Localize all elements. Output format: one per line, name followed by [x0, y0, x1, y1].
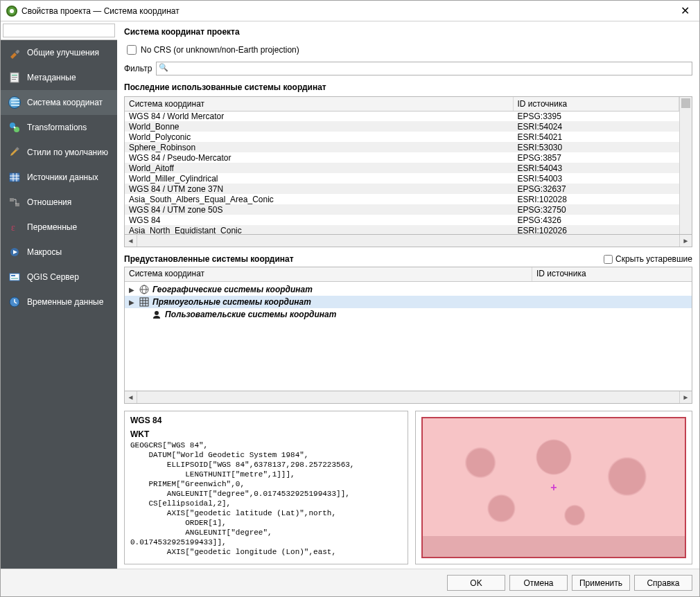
crs-name-cell: WGS 84 / World Mercator	[125, 111, 513, 121]
col-header-name[interactable]: Система координат	[125, 97, 513, 111]
tree-col-id[interactable]: ID источника	[532, 267, 692, 281]
sidebar-item-general[interactable]: Общие улучшения	[1, 40, 117, 65]
sidebar-item-label: Макросы	[27, 247, 110, 257]
crs-name-cell: Asia_South_Albers_Equal_Area_Conic	[125, 194, 513, 204]
sidebar-item-label: Источники данных	[27, 172, 110, 182]
tree-item-label: Пользовательские системы координат	[165, 310, 336, 319]
recent-crs-table[interactable]: Система координат ID источника WGS 84 / …	[124, 96, 692, 235]
no-crs-label: No CRS (or unknown/non-Earth projection)	[141, 45, 299, 55]
crs-id-cell: ESRI:54003	[513, 173, 679, 184]
hide-deprecated-checkbox[interactable]	[604, 255, 613, 264]
world-map-preview	[421, 417, 686, 558]
table-row[interactable]: World_PolyconicESRI:54021	[125, 132, 679, 142]
tree-item-user[interactable]: Пользовательские системы координат	[125, 308, 692, 321]
table-row[interactable]: Asia_North_Equidistant_ConicESRI:102026	[125, 225, 679, 234]
table-row[interactable]: World_Miller_CylindricalESRI:54003	[125, 173, 679, 184]
col-header-id[interactable]: ID источника	[513, 97, 679, 111]
crs-name-cell: World_Bonne	[125, 121, 513, 132]
sidebar-item-temporal[interactable]: Временные данные	[1, 289, 117, 314]
server-icon	[8, 270, 21, 284]
app-icon	[6, 6, 17, 17]
table-row[interactable]: WGS 84 / World MercatorEPSG:3395	[125, 111, 679, 121]
svg-rect-3	[12, 79, 16, 80]
wkt-panel: WGS 84 WKT GEOGCRS["WGS 84", DATUM["Worl…	[124, 411, 408, 564]
scrollbar-horizontal[interactable]: ◄ ►	[124, 235, 692, 247]
sidebar-search-input[interactable]	[3, 24, 115, 37]
crs-id-cell: EPSG:32637	[513, 184, 679, 194]
sidebar-item-transformations[interactable]: Transformations	[1, 115, 117, 140]
apply-button[interactable]: Применить	[572, 575, 630, 591]
window-title: Свойства проекта — Система координат	[21, 6, 676, 16]
crs-id-cell: EPSG:3395	[513, 111, 679, 121]
grid-icon	[139, 296, 150, 308]
clock-icon	[8, 295, 21, 309]
help-button[interactable]: Справка	[634, 575, 692, 591]
sidebar-item-macros[interactable]: Макросы	[1, 240, 117, 265]
tree-item-geographic[interactable]: ▶ Географические системы координат	[125, 283, 692, 296]
hide-deprecated-label[interactable]: Скрыть устаревшие	[604, 254, 692, 264]
wrench-icon	[8, 46, 21, 60]
close-icon[interactable]: ✕	[676, 4, 694, 17]
sidebar-item-crs[interactable]: Система координат	[1, 90, 117, 115]
crs-name-cell: World_Miller_Cylindrical	[125, 173, 513, 184]
brush-icon	[8, 145, 21, 159]
sidebar-item-label: Отношения	[27, 197, 110, 207]
no-crs-checkbox[interactable]	[127, 45, 137, 55]
tree-item-projected[interactable]: ▶ Прямоугольные системы координат	[125, 296, 692, 308]
table-row[interactable]: WGS 84EPSG:4326	[125, 215, 679, 225]
filter-label: Фильтр	[124, 64, 152, 73]
crs-id-cell: EPSG:3857	[513, 152, 679, 163]
sidebar-item-relations[interactable]: Отношения	[1, 190, 117, 215]
tree-col-name[interactable]: Система координат	[125, 267, 532, 281]
table-row[interactable]: WGS 84 / Pseudo-MercatorEPSG:3857	[125, 152, 679, 163]
sidebar-item-datasources[interactable]: Источники данных	[1, 165, 117, 190]
sidebar-item-qgis-server[interactable]: QGIS Сервер	[1, 265, 117, 289]
scrollbar-vertical[interactable]	[679, 97, 692, 234]
sidebar-item-metadata[interactable]: Метаданные	[1, 65, 117, 90]
crs-id-cell: ESRI:102026	[513, 225, 679, 234]
crs-extent-map[interactable]	[415, 411, 692, 564]
table-row[interactable]: World_AitoffESRI:54043	[125, 163, 679, 173]
crs-name-cell: Asia_North_Equidistant_Conic	[125, 225, 513, 234]
predefined-crs-tree[interactable]: Система координат ID источника ▶ Географ…	[124, 267, 692, 391]
sidebar-item-label: QGIS Сервер	[27, 272, 110, 282]
crs-name-cell: WGS 84	[125, 215, 513, 225]
crs-name-cell: WGS 84 / UTM zone 37N	[125, 184, 513, 194]
table-icon	[8, 170, 21, 184]
content-pane: Система координат проекта No CRS (or unk…	[117, 21, 699, 569]
tree-scrollbar-horizontal[interactable]: ◄ ►	[124, 391, 692, 404]
table-row[interactable]: WGS 84 / UTM zone 37NEPSG:32637	[125, 184, 679, 194]
ok-button[interactable]: OK	[447, 575, 505, 591]
globe-icon	[8, 96, 21, 109]
crs-name-cell: World_Polyconic	[125, 132, 513, 142]
table-row[interactable]: Asia_South_Albers_Equal_Area_ConicESRI:1…	[125, 194, 679, 204]
scroll-right-icon[interactable]: ►	[679, 235, 692, 247]
svg-rect-19	[11, 278, 18, 279]
filter-input[interactable]	[156, 62, 692, 75]
scroll-left-icon[interactable]: ◄	[125, 235, 137, 247]
epsilon-icon: ε	[8, 220, 21, 234]
scroll-left-icon[interactable]: ◄	[125, 391, 137, 403]
wkt-text[interactable]: GEOGCRS["WGS 84", DATUM["World Geodetic …	[130, 440, 402, 557]
sidebar-item-variables[interactable]: ε Переменные	[1, 215, 117, 240]
svg-rect-18	[11, 275, 15, 276]
cancel-button[interactable]: Отмена	[509, 575, 568, 591]
table-row[interactable]: Sphere_RobinsonESRI:53030	[125, 142, 679, 152]
globe-small-icon	[139, 284, 150, 295]
table-row[interactable]: World_BonneESRI:54024	[125, 121, 679, 132]
svg-text:ε: ε	[11, 222, 15, 233]
sidebar-item-styles[interactable]: Стили по умолчанию	[1, 140, 117, 165]
dialog-buttons: OK Отмена Применить Справка	[1, 569, 699, 596]
sidebar-item-label: Стили по умолчанию	[27, 148, 110, 157]
predefined-crs-title: Предустановленные системы координат	[124, 254, 604, 264]
project-properties-window: Свойства проекта — Система координат ✕ О…	[0, 0, 700, 597]
expand-icon[interactable]: ▶	[129, 286, 136, 294]
tree-item-label: Географические системы координат	[152, 285, 313, 294]
scroll-right-icon[interactable]: ►	[679, 391, 692, 403]
svg-rect-24	[140, 298, 148, 306]
crs-id-cell: ESRI:102028	[513, 194, 679, 204]
expand-icon[interactable]: ▶	[129, 298, 136, 306]
crs-name-cell: WGS 84 / UTM zone 50S	[125, 204, 513, 215]
table-row[interactable]: WGS 84 / UTM zone 50SEPSG:32750	[125, 204, 679, 215]
sidebar: Общие улучшения Метаданные Система коорд…	[1, 21, 117, 569]
